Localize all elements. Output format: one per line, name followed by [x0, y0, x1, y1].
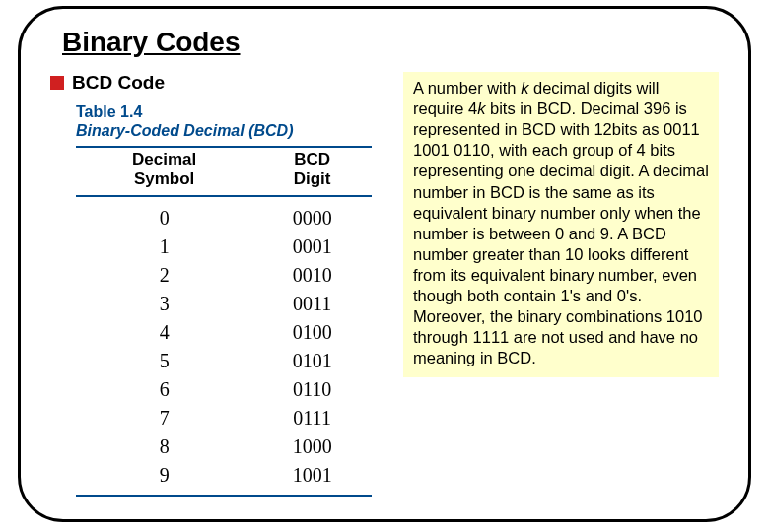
cell-dec: 8: [76, 432, 252, 461]
subheading: BCD Code: [50, 72, 385, 94]
table-body: 00000 10001 20010 30011 40100 50101 6011…: [76, 196, 372, 496]
cell-dec: 3: [76, 290, 252, 318]
table-row: 20010: [76, 261, 372, 290]
cell-dec: 2: [76, 261, 252, 290]
bullet-icon: [50, 76, 64, 90]
table-row: 30011: [76, 290, 372, 318]
table-row: 70111: [76, 404, 372, 432]
table-number: Table 1.4: [76, 103, 142, 120]
table-row: 91001: [76, 461, 372, 496]
description-box: A number with k decimal digits will requ…: [403, 72, 719, 377]
col-header-bcd-b: Digit: [258, 169, 366, 189]
cell-bcd: 0011: [252, 290, 372, 318]
table-header-row: Decimal Symbol BCD Digit: [76, 147, 372, 196]
cell-bcd: 0100: [252, 318, 372, 347]
col-header-bcd-a: BCD: [258, 150, 366, 169]
cell-bcd: 0101: [252, 347, 372, 375]
cell-dec: 4: [76, 318, 252, 347]
cell-bcd: 1000: [252, 432, 372, 461]
bcd-table: Decimal Symbol BCD Digit 00000 10001: [76, 146, 372, 497]
col-header-decimal-a: Decimal: [82, 150, 246, 169]
table-row: 50101: [76, 347, 372, 375]
cell-dec: 7: [76, 404, 252, 432]
slide-title: Binary Codes: [62, 27, 719, 58]
col-header-decimal: Decimal Symbol: [76, 147, 252, 196]
cell-dec: 5: [76, 347, 252, 375]
cell-bcd: 0000: [252, 196, 372, 233]
cell-bcd: 0111: [252, 404, 372, 432]
table-row: 00000: [76, 196, 372, 233]
left-column: BCD Code Table 1.4 Binary-Coded Decimal …: [50, 72, 385, 497]
cell-bcd: 0010: [252, 261, 372, 290]
table-caption-label: Table 1.4: [76, 103, 385, 121]
table-row: 81000: [76, 432, 372, 461]
subheading-text: BCD Code: [72, 72, 165, 94]
col-header-decimal-b: Symbol: [82, 169, 246, 189]
para-text: A number with: [413, 79, 521, 97]
table-caption-title: Binary-Coded Decimal (BCD): [76, 122, 385, 140]
content-row: BCD Code Table 1.4 Binary-Coded Decimal …: [50, 72, 719, 497]
col-header-bcd: BCD Digit: [252, 147, 372, 196]
cell-bcd: 0110: [252, 375, 372, 404]
table-row: 40100: [76, 318, 372, 347]
cell-dec: 0: [76, 196, 252, 233]
cell-dec: 9: [76, 461, 252, 496]
table-wrap: Table 1.4 Binary-Coded Decimal (BCD) Dec…: [76, 103, 385, 497]
slide-frame: Binary Codes BCD Code Table 1.4 Binary-C…: [18, 6, 751, 522]
table-row: 60110: [76, 375, 372, 404]
cell-dec: 1: [76, 233, 252, 261]
cell-bcd: 1001: [252, 461, 372, 496]
cell-dec: 6: [76, 375, 252, 404]
cell-bcd: 0001: [252, 233, 372, 261]
table-row: 10001: [76, 233, 372, 261]
para-text: bits in BCD. Decimal 396 is represented …: [413, 100, 709, 366]
